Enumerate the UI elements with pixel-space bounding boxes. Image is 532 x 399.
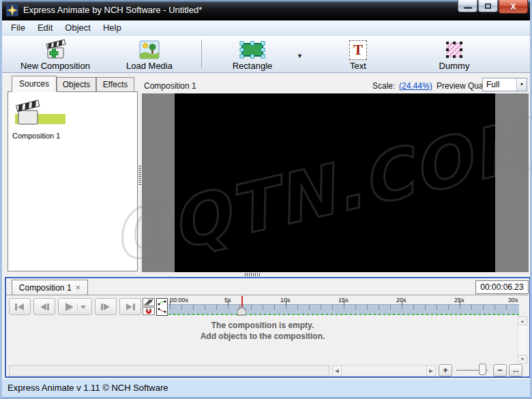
text-tool-icon: T [349,40,367,60]
timeline-scroll-down-button[interactable]: ▼ [518,355,527,364]
rectangle-tool-button[interactable]: Rectangle [215,38,290,72]
ruler-label: 30s [508,297,518,304]
minus-icon: − [497,365,503,375]
new-composition-button[interactable]: New Composition [13,38,98,72]
magnet-icon [145,308,153,314]
tab-effects[interactable]: Effects [96,77,134,92]
ruler-label: 10s [280,297,291,304]
timeline-zoom-out-button[interactable]: − [493,364,507,376]
tab-close-icon[interactable]: × [76,282,81,293]
next-frame-button[interactable] [95,298,117,315]
shape-dropdown-icon[interactable]: ▼ [297,53,303,59]
pen-disabled-icon [144,299,153,306]
source-item-label[interactable]: Composition 1 [12,132,60,140]
window-controls: X [457,0,528,15]
keyframe-curves-button[interactable] [156,298,168,316]
auto-keyframe-toggle[interactable] [143,298,155,306]
preview-quality-select[interactable]: Full ▼ [482,78,527,91]
load-media-button[interactable]: Load Media [110,38,189,72]
timeline-scroll-up-button[interactable]: ▲ [518,316,527,325]
preview-viewport[interactable] [142,93,529,272]
fit-width-icon: ↔ [512,365,520,375]
layer-list-track [9,365,329,376]
toolbar-label: Dummy [424,61,485,71]
go-to-end-button[interactable] [119,298,141,315]
chevron-down-icon: ▼ [516,78,527,91]
ruler-range-indicator [168,314,519,315]
ruler-label: 15s [338,297,349,304]
timeline-ruler[interactable]: 00:00s 5s 10s 15s 20s 25s 30s [168,296,519,315]
window-title: Express Animate by NCH Software - Untitl… [23,0,202,20]
status-bar: Express Animate v 1.11 © NCH Software [2,379,530,397]
toolbar-divider [201,40,202,68]
close-button[interactable]: X [499,0,528,14]
toolbar: New Composition Load Media [2,35,530,73]
step-back-icon [39,303,50,311]
arrow-right-icon: ▶ [429,368,432,373]
preview-quality-value: Full [486,80,499,89]
app-window: Express Animate by NCH Software - Untitl… [0,0,532,399]
title-bar: Express Animate by NCH Software - Untitl… [0,0,532,20]
timeline-horizontal-scrollbar[interactable] [342,365,426,376]
status-text: Express Animate v 1.11 © NCH Software [8,383,168,393]
playhead-handle[interactable] [237,306,246,319]
maximize-button[interactable] [478,0,498,12]
text-tool-button[interactable]: T Text [335,38,381,72]
horizontal-splitter[interactable] [245,273,261,276]
arrow-down-icon: ▼ [520,357,525,361]
rectangle-shape-icon [215,38,290,60]
sources-panel: Composition 1 [8,91,138,271]
keyframe-curves-icon [157,299,167,315]
snap-magnet-toggle[interactable] [143,307,155,315]
composition-canvas[interactable] [175,93,495,272]
timecode-display: 00:00:06.23 [475,280,529,294]
skip-to-end-icon [125,303,136,311]
toolbar-label: Load Media [110,61,189,71]
close-icon: X [510,2,516,12]
timeline-tab-composition[interactable]: Composition 1 × [12,280,88,295]
menu-help[interactable]: Help [97,20,128,35]
toolbar-label: New Composition [13,61,98,71]
menu-object[interactable]: Object [59,20,97,35]
ruler-label: 5s [224,297,231,304]
arrow-left-icon: ◀ [335,368,338,373]
menu-bar: File Edit Object Help [2,20,530,35]
toolbar-label: Text [335,61,381,71]
timeline-tab-label: Composition 1 [19,283,72,293]
previous-frame-button[interactable] [33,298,55,315]
timeline-scroll-left-button[interactable]: ◀ [332,365,342,376]
minimize-button[interactable] [458,0,477,12]
vertical-splitter[interactable] [138,166,141,185]
toolbar-label: Rectangle [215,61,290,71]
timeline-vertical-scrollbar[interactable] [518,325,527,355]
minimize-icon [464,7,472,9]
play-button[interactable] [58,298,92,315]
empty-message-line2: Add objects to the composition. [6,331,519,342]
menu-edit[interactable]: Edit [31,20,59,35]
app-logo-icon [6,4,18,16]
tab-objects[interactable]: Objects [57,77,96,92]
maximize-icon [485,3,491,9]
dummy-tool-button[interactable]: Dummy [424,38,485,72]
clapperboard-plus-icon [13,38,98,60]
empty-composition-message: The composition is empty. Add objects to… [6,320,519,342]
menu-file[interactable]: File [5,20,31,35]
ruler-label: 20s [396,297,407,304]
plus-icon: + [443,365,448,375]
tab-sources[interactable]: Sources [12,76,57,92]
empty-message-line1: The composition is empty. [6,320,519,331]
timeline-scroll-right-button[interactable]: ▶ [426,365,436,376]
scale-label: Scale: [372,81,395,91]
timeline-fit-button[interactable]: ↔ [509,364,522,376]
timeline-zoom-in-button[interactable]: + [439,364,452,376]
ruler-label: 25s [454,297,464,304]
ruler-minor-ticks [170,305,518,310]
preview-composition-title: Composition 1 [144,81,196,91]
dummy-object-icon [424,38,485,60]
timeline-zoom-slider-thumb[interactable] [479,364,486,375]
skip-to-start-icon [14,303,25,311]
play-icon [63,303,87,311]
scale-value-link[interactable]: (24.44%) [399,81,432,91]
go-to-start-button[interactable] [9,298,31,315]
composition-clapperboard-icon[interactable] [12,98,45,130]
